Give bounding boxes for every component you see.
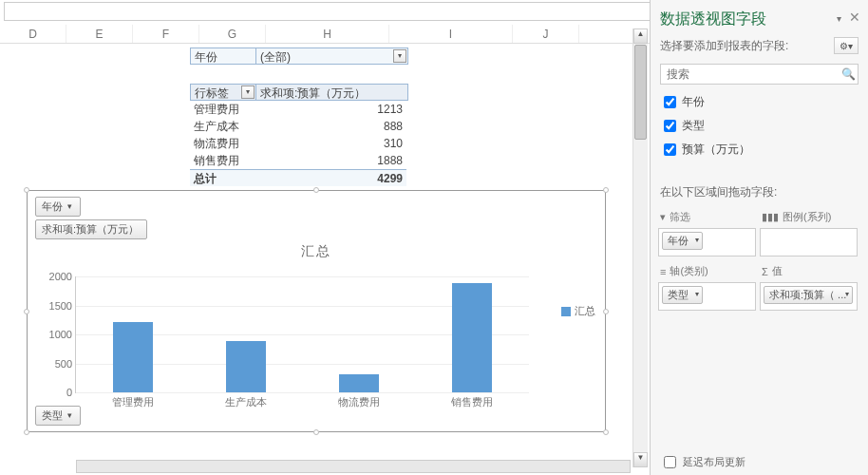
pivot-row-value[interactable]: 888	[256, 118, 406, 135]
pivot-chart-fields-panel: 数据透视图字段 ▾ ✕ 选择要添加到报表的字段: ⚙▾ 🔍 年份 类型 预算（万…	[650, 0, 868, 475]
col-header[interactable]: H	[266, 25, 389, 43]
page-field-value[interactable]: (全部) ▾	[256, 48, 408, 65]
resize-handle[interactable]	[24, 187, 29, 193]
pivot-chart[interactable]: 年份 ▾ 求和项:预算（万元） 类型 ▾ 汇总 0500100015002000…	[27, 190, 606, 432]
field-item-type[interactable]: 类型	[660, 114, 859, 138]
page-field-label[interactable]: 年份	[190, 48, 256, 65]
chevron-down-icon: ▾	[695, 236, 699, 244]
pivot-row-label[interactable]: 生产成本	[190, 118, 256, 135]
row-labels-header[interactable]: 行标签 ▾	[190, 84, 256, 101]
search-input[interactable]	[661, 67, 839, 81]
chart-plot-area[interactable]: 0500100015002000管理费用生产成本物流费用销售费用	[75, 276, 529, 393]
field-list: 年份 类型 预算（万元）	[660, 90, 859, 162]
col-header[interactable]: J	[513, 25, 579, 43]
search-icon[interactable]: 🔍	[839, 67, 858, 81]
y-axis-tick: 1000	[44, 329, 72, 340]
search-box[interactable]: 🔍	[660, 64, 859, 85]
scroll-down-button[interactable]: ▼	[633, 452, 648, 467]
y-axis-tick: 1500	[44, 300, 72, 312]
field-item-budget[interactable]: 预算（万元）	[660, 138, 859, 162]
col-header[interactable]: I	[389, 25, 513, 43]
pivot-row-label[interactable]: 管理费用	[190, 101, 256, 118]
field-label: 预算（万元）	[682, 142, 750, 158]
pill-label: 年份	[668, 235, 689, 246]
pivot-row-label[interactable]: 物流费用	[190, 135, 256, 152]
resize-handle[interactable]	[313, 187, 319, 193]
legend-label: 汇总	[575, 305, 595, 316]
formula-bar[interactable]	[4, 2, 659, 21]
filter-pill-year[interactable]: 年份▾	[662, 232, 703, 250]
bar[interactable]	[226, 341, 266, 392]
x-axis-category: 生产成本	[189, 395, 302, 409]
chevron-down-icon: ▾	[695, 290, 699, 298]
field-checkbox[interactable]	[664, 120, 676, 132]
bar[interactable]	[339, 374, 379, 392]
chart-value-field-button[interactable]: 求和项:预算（万元）	[35, 219, 147, 239]
defer-label: 延迟布局更新	[683, 455, 745, 469]
resize-handle[interactable]	[603, 187, 609, 193]
col-header[interactable]: E	[66, 25, 133, 43]
x-axis-category: 物流费用	[303, 395, 416, 409]
pivot-total-label[interactable]: 总计	[190, 169, 256, 186]
panel-subtitle: 选择要添加到报表的字段:	[660, 38, 788, 54]
value-header[interactable]: 求和项:预算（万元）	[256, 84, 408, 101]
chevron-down-icon: ▾	[67, 201, 76, 210]
area-legend-box[interactable]	[760, 228, 858, 256]
col-header[interactable]: D	[0, 25, 66, 43]
defer-layout-checkbox[interactable]: 延迟布局更新	[660, 453, 745, 471]
scrollbar-track[interactable]	[634, 45, 647, 451]
y-axis-tick: 0	[44, 387, 72, 398]
defer-checkbox[interactable]	[664, 456, 676, 468]
chart-axis-type-button[interactable]: 类型 ▾	[35, 406, 81, 426]
chart-value-field-label: 求和项:预算（万元）	[42, 223, 139, 235]
chart-legend[interactable]: 汇总	[561, 304, 595, 318]
chart-filter-year-button[interactable]: 年份 ▾	[35, 197, 81, 217]
scrollbar-thumb[interactable]	[634, 45, 647, 140]
x-axis-category: 销售费用	[416, 395, 529, 409]
bar-slot: 销售费用	[416, 276, 529, 392]
col-header[interactable]: F	[133, 25, 199, 43]
y-axis-tick: 500	[44, 358, 72, 370]
resize-handle[interactable]	[603, 309, 609, 314]
field-label: 年份	[682, 94, 705, 110]
area-filter-box[interactable]: 年份▾	[658, 228, 756, 256]
pivot-row-value[interactable]: 1213	[256, 101, 406, 118]
chevron-down-icon: ▾	[845, 290, 849, 298]
pivot-row-value[interactable]: 1888	[256, 152, 406, 169]
field-checkbox[interactable]	[664, 96, 676, 108]
pivot-total-value[interactable]: 4299	[256, 169, 406, 186]
values-pill-budget[interactable]: 求和项:预算（ ...▾	[764, 286, 853, 304]
resize-handle[interactable]	[603, 429, 609, 435]
field-checkbox[interactable]	[664, 143, 676, 156]
vertical-scrollbar[interactable]: ▲ ▼	[632, 28, 648, 467]
field-label: 类型	[682, 118, 705, 134]
field-item-year[interactable]: 年份	[660, 90, 859, 114]
bar[interactable]	[113, 322, 153, 392]
pivot-table[interactable]: 年份 (全部) ▾ 行标签 ▾ 求和项:预算（万元） 管理费用1213 生产成本…	[190, 48, 408, 186]
pivot-row-label[interactable]: 销售费用	[190, 152, 256, 169]
panel-menu-icon[interactable]: ▾	[837, 13, 841, 24]
horizontal-scrollbar[interactable]	[76, 460, 631, 473]
areas-title: 在以下区域间拖动字段:	[660, 184, 859, 200]
bar-slot: 管理费用	[76, 276, 189, 392]
x-axis-category: 管理费用	[76, 395, 189, 409]
legend-icon: ▮▮▮	[762, 211, 779, 223]
bar[interactable]	[452, 283, 492, 392]
axis-pill-type[interactable]: 类型▾	[662, 286, 703, 304]
resize-handle[interactable]	[24, 429, 29, 435]
pill-label: 求和项:预算（ ...	[769, 289, 846, 300]
chevron-down-icon[interactable]: ▾	[393, 49, 406, 63]
filter-icon: ▾	[660, 211, 666, 223]
gear-icon[interactable]: ⚙▾	[834, 37, 859, 54]
resize-handle[interactable]	[24, 309, 29, 314]
scroll-up-button[interactable]: ▲	[633, 28, 648, 44]
close-icon[interactable]: ✕	[849, 10, 860, 25]
pivot-row-value[interactable]: 310	[256, 135, 406, 152]
chart-title[interactable]: 汇总	[28, 243, 605, 260]
col-header[interactable]: G	[199, 25, 266, 43]
area-values-box[interactable]: 求和项:预算（ ...▾	[760, 282, 858, 311]
resize-handle[interactable]	[313, 429, 319, 435]
area-axis-box[interactable]: 类型▾	[658, 282, 756, 311]
chevron-down-icon: ▾	[67, 410, 76, 419]
chevron-down-icon[interactable]: ▾	[241, 86, 255, 99]
